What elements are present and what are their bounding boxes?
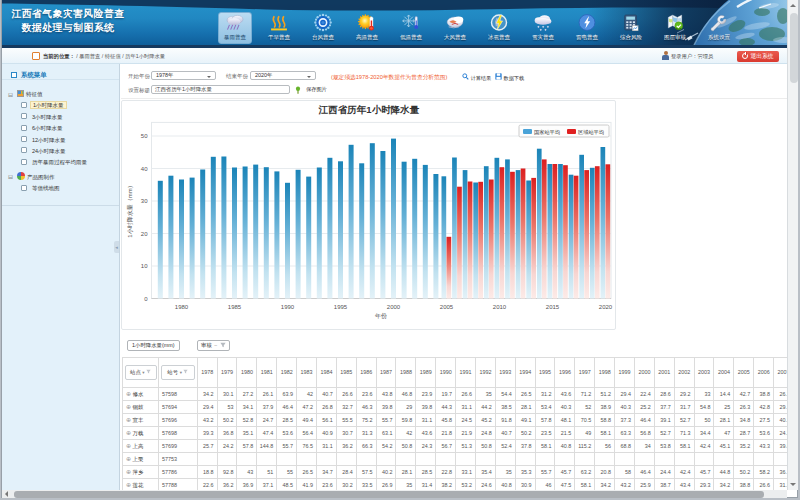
svg-text:40: 40 [140, 166, 147, 172]
svg-text:1990: 1990 [280, 304, 294, 310]
svg-text:20: 20 [140, 231, 147, 237]
svg-text:2020: 2020 [598, 304, 612, 310]
svg-text:0: 0 [144, 296, 148, 302]
svg-text:年份: 年份 [375, 312, 387, 320]
svg-text:2000: 2000 [386, 304, 400, 310]
svg-text:1980: 1980 [174, 304, 188, 310]
svg-text:10: 10 [140, 263, 147, 269]
svg-text:国家站平均: 国家站平均 [534, 129, 560, 136]
svg-text:江西省历年1小时降水量: 江西省历年1小时降水量 [317, 104, 419, 115]
svg-text:区域站平均: 区域站平均 [578, 129, 604, 136]
svg-text:2010: 2010 [492, 304, 506, 310]
svg-text:2015: 2015 [545, 304, 559, 310]
svg-text:1小时降水量（mm）: 1小时降水量（mm） [126, 182, 134, 237]
svg-text:50: 50 [140, 133, 147, 139]
svg-text:1995: 1995 [333, 304, 347, 310]
svg-text:30: 30 [140, 198, 147, 204]
svg-text:2005: 2005 [439, 304, 453, 310]
svg-text:1985: 1985 [227, 304, 241, 310]
